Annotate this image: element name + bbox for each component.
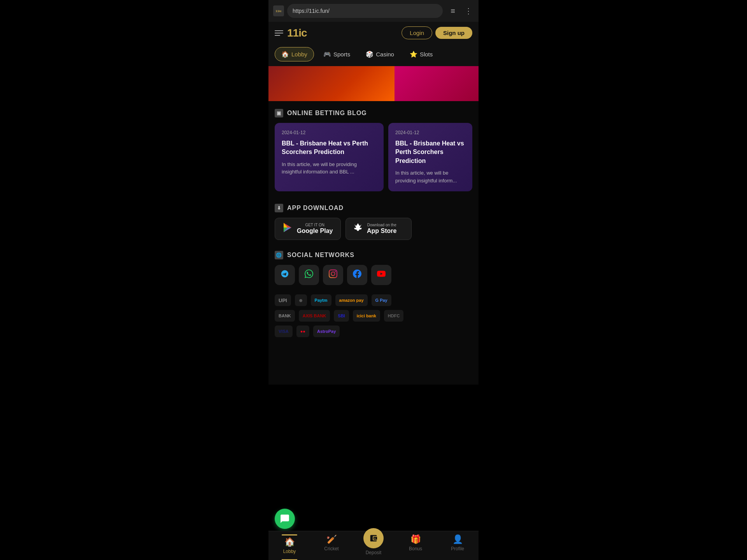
paytm-logo: Paytm xyxy=(311,294,331,306)
app-download-title-text: APP DOWNLOAD xyxy=(287,205,344,212)
icici-logo: icici bank xyxy=(353,310,380,322)
google-play-small-text: GET IT ON xyxy=(297,223,333,227)
browser-url-bar[interactable]: https://11ic.fun/ xyxy=(287,4,443,18)
visa-logo: VISA xyxy=(275,326,293,337)
google-play-icon xyxy=(282,222,293,236)
blog-card-1-excerpt: In this article, we will be providing in… xyxy=(282,161,377,176)
phone-container: 11ic https://11ic.fun/ ≡ ⋮ 11ic Login Si… xyxy=(268,0,479,385)
tab-lobby-label: Lobby xyxy=(291,51,307,58)
payment-section: UPI ● Paytm amazon pay G Pay BANK AXIS B… xyxy=(268,290,479,346)
blog-section: ▣ ONLINE BETTING BLOG 2024-01-12 BBL - B… xyxy=(268,101,479,198)
app-store-small-text: Download on the xyxy=(367,223,396,227)
instagram-button[interactable] xyxy=(323,265,343,285)
app-buttons-container: GET IT ON Google Play Download on the Ap… xyxy=(275,218,472,240)
blog-card-1-title: BBL - Brisbane Heat vs Perth Scorchers P… xyxy=(282,139,377,157)
app-store-large-text: App Store xyxy=(367,227,396,234)
tab-lobby[interactable]: 🏠 Lobby xyxy=(275,47,314,61)
header-left: 11ic xyxy=(275,27,307,39)
astropay-logo: AstroPay xyxy=(313,326,340,337)
casino-icon: 🎲 xyxy=(366,51,374,58)
bank-logo: BANK xyxy=(275,310,295,322)
app-download-title: ⬇ APP DOWNLOAD xyxy=(275,204,472,212)
app-logo: 11ic xyxy=(287,27,307,39)
payment-logo-2: ● xyxy=(295,294,307,306)
app-header: 11ic Login Sign up xyxy=(268,22,479,44)
browser-bar: 11ic https://11ic.fun/ ≡ ⋮ xyxy=(268,0,479,22)
browser-dots-button[interactable]: ⋮ xyxy=(463,4,474,18)
telegram-button[interactable] xyxy=(275,265,295,285)
whatsapp-icon xyxy=(305,270,313,280)
youtube-icon xyxy=(377,270,386,280)
favicon-text: 11ic xyxy=(275,9,282,13)
payment-row-1: UPI ● Paytm amazon pay G Pay xyxy=(275,294,472,306)
tab-slots[interactable]: ⭐ Slots xyxy=(403,47,439,61)
hamburger-menu-button[interactable] xyxy=(275,30,283,36)
social-title-text: SOCIAL NETWORKS xyxy=(287,252,354,259)
whatsapp-button[interactable] xyxy=(299,265,319,285)
google-play-button[interactable]: GET IT ON Google Play xyxy=(275,218,341,240)
tab-casino-label: Casino xyxy=(376,51,394,58)
download-icon: ⬇ xyxy=(275,204,283,212)
blog-section-title: ▣ ONLINE BETTING BLOG xyxy=(275,109,472,117)
sports-icon: 🎮 xyxy=(323,51,331,58)
gpay-logo: G Pay xyxy=(372,294,391,306)
instagram-icon xyxy=(329,270,337,280)
browser-menu-button[interactable]: ≡ xyxy=(446,4,460,18)
axis-bank-logo: AXIS BANK xyxy=(299,310,330,322)
blog-title-text: ONLINE BETTING BLOG xyxy=(287,110,367,117)
hero-banner xyxy=(268,66,479,101)
telegram-icon xyxy=(281,270,289,280)
youtube-button[interactable] xyxy=(371,265,391,285)
mastercard-logo: ●● xyxy=(296,326,309,337)
blog-card-1-date: 2024-01-12 xyxy=(282,130,377,135)
login-button[interactable]: Login xyxy=(402,26,432,39)
payment-row-3: VISA ●● AstroPay xyxy=(275,326,472,337)
hdfc-logo: HDFC xyxy=(384,310,404,322)
google-play-large-text: Google Play xyxy=(297,227,333,234)
app-download-section: ⬇ APP DOWNLOAD GET IT ON Google Play xyxy=(268,198,479,245)
blog-card-2-date: 2024-01-12 xyxy=(395,130,465,135)
browser-favicon: 11ic xyxy=(273,5,284,16)
app-store-icon xyxy=(353,222,363,235)
blog-card-2[interactable]: 2024-01-12 BBL - Brisbane Heat vs Perth … xyxy=(388,123,472,191)
social-icons-container xyxy=(275,265,472,285)
upi-logo: UPI xyxy=(275,294,291,306)
navigation-tabs: 🏠 Lobby 🎮 Sports 🎲 Casino ⭐ Slots xyxy=(268,44,479,66)
social-icon: 🌐 xyxy=(275,251,283,259)
facebook-button[interactable] xyxy=(347,265,367,285)
blog-card-1[interactable]: 2024-01-12 BBL - Brisbane Heat vs Perth … xyxy=(275,123,384,191)
blog-card-2-title: BBL - Brisbane Heat vs Perth Scorchers P… xyxy=(395,139,465,165)
social-section-title: 🌐 SOCIAL NETWORKS xyxy=(275,251,472,259)
social-networks-section: 🌐 SOCIAL NETWORKS xyxy=(268,245,479,290)
blog-icon: ▣ xyxy=(275,109,283,117)
tab-sports-label: Sports xyxy=(333,51,350,58)
signup-button[interactable]: Sign up xyxy=(435,27,472,39)
blog-cards-container: 2024-01-12 BBL - Brisbane Heat vs Perth … xyxy=(275,123,472,193)
tab-casino[interactable]: 🎲 Casino xyxy=(359,47,400,61)
slots-icon: ⭐ xyxy=(410,51,417,58)
tab-slots-label: Slots xyxy=(420,51,433,58)
tab-sports[interactable]: 🎮 Sports xyxy=(317,47,356,61)
url-text: https://11ic.fun/ xyxy=(293,8,330,14)
blog-card-2-excerpt: In this article, we will be providing in… xyxy=(395,169,465,184)
app-store-button[interactable]: Download on the App Store xyxy=(345,218,412,240)
header-right: Login Sign up xyxy=(402,26,472,39)
amazon-pay-logo: amazon pay xyxy=(335,294,368,306)
lobby-icon: 🏠 xyxy=(281,51,289,58)
facebook-icon xyxy=(353,270,361,280)
payment-row-2: BANK AXIS BANK SBI icici bank HDFC xyxy=(275,310,472,322)
sbi-logo: SBI xyxy=(334,310,349,322)
